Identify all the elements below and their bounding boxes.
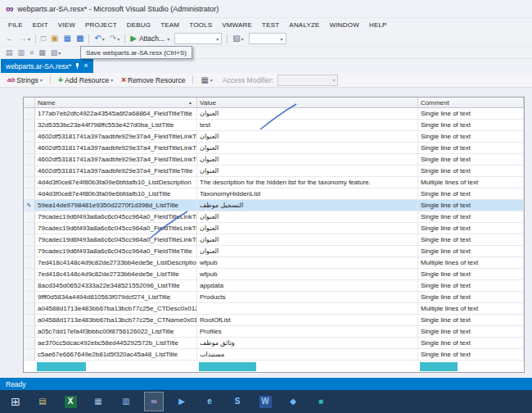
table-row[interactable]: 4602df53181741a397aadbfe929e37a4_FieldTi… — [24, 154, 524, 166]
resource-value-cell[interactable]: العنوان — [197, 143, 418, 153]
resource-comment-cell[interactable]: Single line of text — [418, 154, 524, 165]
save-all-icon[interactable]: ▩ — [74, 33, 86, 45]
resource-comment-cell[interactable]: Single line of text — [418, 143, 524, 153]
table-row[interactable]: a04588d1713e483bb67ba13bcb77c25e_CTDesc0… — [24, 303, 524, 315]
resource-comment-cell[interactable]: Single line of text — [418, 326, 524, 337]
resource-name-cell[interactable]: c5ae67e6667649e2b81d5f320ac45a48_ListTit… — [35, 349, 197, 360]
view-layout-dropdown[interactable]: ▦ ▾ — [197, 74, 215, 86]
internet-explorer-icon[interactable]: e — [200, 392, 219, 411]
resource-comment-cell[interactable]: Multiple lines of text — [418, 303, 524, 314]
secondary-toolbar-icon-5[interactable]: ▧ ▾ — [48, 47, 64, 59]
resource-comment-cell[interactable]: Single line of text — [418, 166, 524, 176]
table-row[interactable]: 79cadec19d6f493a8a6c6c045cc964a0_FieldTi… — [24, 211, 524, 223]
save-icon[interactable]: ▦ — [61, 33, 74, 45]
resource-value-cell[interactable]: وثائق موظف — [197, 338, 418, 348]
resource-name-cell[interactable]: 7ed418c4148c4d9c82de2733bb4ede5e_ListDes… — [35, 257, 197, 268]
table-row[interactable]: 32d5353bc23e44f798ffc553e427d0ba_ListTit… — [24, 120, 524, 131]
nav-backward-icon[interactable]: ← — [3, 33, 16, 45]
nav-forward-icon[interactable]: → ▾ — [16, 33, 33, 45]
table-row[interactable]: ✎ 59ea14de9798481e9350d2270f1d398d_ListT… — [24, 200, 524, 211]
resource-comment-cell[interactable]: Single line of text — [418, 280, 524, 291]
table-row[interactable]: 9fff0d5834a4494d810563f079dcf274_ListTit… — [24, 292, 524, 303]
resource-comment-cell[interactable]: Single line of text — [418, 349, 524, 360]
table-row[interactable]: 7ed418c4148c4d9c82de2733bb4ede5e_ListDes… — [24, 257, 524, 269]
resource-value-cell[interactable]: RootOfList — [197, 315, 418, 325]
add-resource-button[interactable]: + Add Resource ▾ — [55, 74, 116, 86]
table-row[interactable]: 177ab7eb2dfc4922a43545a6f2a68864_FieldTi… — [24, 108, 524, 120]
taskbar-app-icon-2[interactable]: ▥ — [116, 392, 136, 411]
resource-value-cell[interactable]: العنوان — [197, 211, 418, 222]
access-modifier-combo[interactable]: ▾ — [277, 75, 338, 86]
open-file-icon[interactable]: ▣ — [48, 33, 61, 45]
title-bar[interactable]: ∞ webparts.ar-SA.resx* - Microsoft Visua… — [0, 0, 532, 18]
resource-value-cell[interactable]: appdata — [197, 280, 418, 291]
resource-comment-cell[interactable]: Single line of text — [418, 246, 524, 256]
column-header-comment[interactable]: Comment — [418, 98, 524, 107]
resource-comment-cell[interactable]: Multiple lines of text — [418, 257, 524, 268]
word-icon[interactable]: W — [255, 392, 275, 411]
resource-value-cell[interactable]: العنوان — [197, 223, 418, 234]
resource-value-cell[interactable]: TaxonomyHiddenList — [197, 188, 418, 199]
resource-comment-cell[interactable]: Single line of text — [418, 200, 524, 211]
table-row[interactable]: a05c7dd17efa4f3bbbc00f8756126022_ListTit… — [24, 326, 524, 338]
strings-view-dropdown[interactable]: ab Strings ▾ — [4, 74, 46, 86]
pin-icon[interactable] — [74, 62, 80, 70]
menu-item[interactable]: FILE — [3, 21, 28, 29]
resource-comment-cell[interactable]: Single line of text — [418, 338, 524, 348]
menu-item[interactable]: VMWARE — [217, 21, 257, 29]
menu-item[interactable]: WINDOW — [325, 21, 364, 29]
menu-item[interactable]: TOOLS — [184, 21, 217, 29]
secondary-toolbar-icon-3[interactable]: ≡ — [27, 47, 36, 59]
resource-name-cell[interactable]: a04588d1713e483bb67ba13bcb77c25e_CTName0… — [35, 315, 197, 325]
table-row[interactable]: 4602df53181741a397aadbfe929e37a4_FieldTi… — [24, 131, 524, 143]
menu-item[interactable]: PROJECT — [80, 21, 122, 29]
resource-name-cell[interactable]: 4602df53181741a397aadbfe929e37a4_FieldTi… — [35, 143, 197, 153]
excel-icon[interactable]: X — [61, 392, 80, 411]
resource-name-cell[interactable]: 4d4d3f0ce87e4f80b3fa09e6bfdafb10_ListTit… — [35, 188, 197, 199]
resource-name-cell[interactable]: 4602df53181741a397aadbfe929e37a4_FieldTi… — [35, 131, 197, 142]
resource-name-cell[interactable]: 79cadec19d6f493a8a6c6c045cc964a0_FieldTi… — [35, 223, 197, 234]
table-row[interactable]: 4602df53181741a397aadbfe929e37a4_FieldTi… — [24, 166, 524, 177]
visual-studio-icon[interactable]: ∞ — [144, 392, 164, 411]
resource-value-cell[interactable]: العنوان — [197, 246, 418, 256]
resource-comment-cell[interactable]: Multiple lines of text — [418, 177, 524, 188]
menu-item[interactable]: ANALYZE — [284, 21, 324, 29]
table-row[interactable]: ae370cc5dcac492ebc58ed445292572b_ListTit… — [24, 338, 524, 349]
resource-value-cell[interactable]: العنوان — [197, 131, 418, 142]
resource-comment-cell[interactable]: Single line of text — [418, 292, 524, 302]
resource-name-cell[interactable]: 79cadec19d6f493a8a6c6c045cc964a0_FieldTi… — [35, 234, 197, 245]
document-tab[interactable]: webparts.ar-SA.resx* × — [1, 59, 93, 73]
toolbar-separator[interactable] — [88, 34, 89, 43]
find-in-files-icon[interactable]: ▧ ▾ — [230, 33, 246, 45]
resource-name-cell[interactable]: 9fff0d5834a4494d810563f079dcf274_ListTit… — [35, 292, 197, 302]
table-row[interactable]: 8acd345d06524333a22e348521552096_ListTit… — [24, 280, 524, 292]
resource-name-cell[interactable]: 8acd345d06524333a22e348521552096_ListTit… — [35, 280, 197, 291]
resource-value-cell[interactable]: العنوان — [197, 234, 418, 245]
resource-name-cell[interactable]: a05c7dd17efa4f3bbbc00f8756126022_ListTit… — [35, 326, 197, 337]
toolbar-separator[interactable] — [124, 34, 125, 43]
debug-target-combo[interactable]: ▾ — [174, 33, 222, 44]
table-row[interactable]: 7ed418c4148c4d9c82de2733bb4ede5e_ListTit… — [24, 269, 524, 280]
resource-comment-cell[interactable]: Single line of text — [418, 211, 524, 222]
table-row[interactable]: a04588d1713e483bb67ba13bcb77c25e_CTName0… — [24, 315, 524, 326]
resource-name-cell[interactable]: 79cadec19d6f493a8a6c6c045cc964a0_FieldTi… — [35, 211, 197, 222]
resource-name-cell[interactable]: 4602df53181741a397aadbfe929e37a4_FieldTi… — [35, 154, 197, 165]
resource-name-cell[interactable]: 7ed418c4148c4d9c82de2733bb4ede5e_ListTit… — [35, 269, 197, 279]
secondary-toolbar-icon-2[interactable]: ▥ — [16, 47, 28, 59]
table-row[interactable]: 79cadec19d6f493a8a6c6c045cc964a0_FieldTi… — [24, 234, 524, 246]
resource-comment-cell[interactable]: Single line of text — [418, 108, 524, 119]
resource-name-cell[interactable]: 79cadec19d6f493a8a6c6c045cc964a0_FieldTi… — [35, 246, 197, 256]
resource-name-cell[interactable]: 32d5353bc23e44f798ffc553e427d0ba_ListTit… — [35, 120, 197, 130]
file-explorer-icon[interactable]: ▤ — [33, 392, 52, 411]
resource-value-cell[interactable]: العنوان — [197, 166, 418, 176]
menu-item[interactable]: HELP — [364, 21, 392, 29]
resource-value-cell[interactable]: The description for the hidden list for … — [197, 177, 418, 188]
resource-value-cell[interactable] — [197, 303, 418, 314]
column-header-value[interactable]: Value — [197, 98, 418, 107]
resource-comment-cell[interactable]: Single line of text — [418, 315, 524, 325]
resource-comment-cell[interactable]: Single line of text — [418, 188, 524, 199]
new-file-icon[interactable]: □ — [38, 33, 48, 45]
debug-play-icon[interactable]: ▶ — [172, 392, 192, 411]
table-row[interactable]: 79cadec19d6f493a8a6c6c045cc964a0_FieldTi… — [24, 223, 524, 234]
resource-value-cell[interactable]: Products — [197, 292, 418, 302]
